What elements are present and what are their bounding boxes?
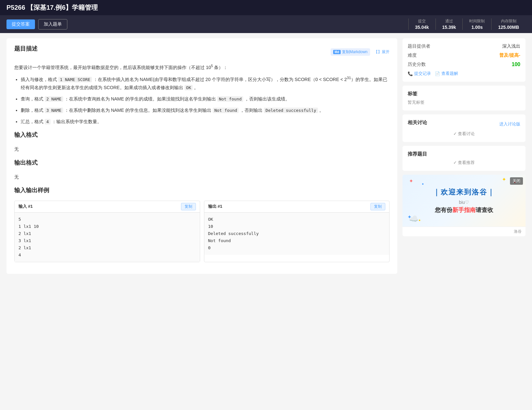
copy-markdown-button[interactable]: Md 复制Markdown (331, 48, 370, 56)
copy-output-button[interactable]: 复制 (370, 203, 385, 210)
history-row: 历史分数 100 (408, 62, 520, 67)
ad-subtitle-prefix: 您有份 (435, 207, 452, 213)
tags-title: 标签 (408, 91, 520, 97)
stat-memory-value: 125.00MB (498, 25, 519, 30)
io-grid: 输入 #1 复制 5 1 lx1 10 2 lx1 3 lx1 2 lx1 4 … (14, 201, 390, 263)
tags-card: 标签 暂无标签 (402, 86, 526, 111)
sample-title: 输入输出样例 (14, 186, 390, 197)
desc-title: 题目描述 (14, 45, 38, 55)
ad-close-button[interactable]: 关闭 (510, 177, 523, 185)
view-recommend-link[interactable]: ✓ 查看推荐 (408, 160, 520, 166)
recommend-card: 推荐题目 ✓ 查看推荐 (402, 146, 526, 171)
confetti-3: ✦ (502, 176, 506, 182)
discussion-title: 相关讨论 (408, 120, 427, 126)
input-box: 输入 #1 复制 5 1 lx1 10 2 lx1 3 lx1 2 lx1 4 (14, 201, 200, 263)
stat-time-value: 1.00s (471, 25, 483, 30)
sidebar: 题目提供者 深入浅出 难度 普及/提高- 历史分数 100 📞 提交记录 📄 查… (402, 38, 526, 274)
stat-submit-label: 提交 (418, 18, 426, 24)
list-item-4: 汇总，格式 4 ：输出系统中学生数量。 (21, 118, 390, 126)
desc-section-header: 题目描述 Md 复制Markdown 【】展开 (14, 45, 390, 59)
input-section: 输入格式 无 (14, 131, 390, 153)
submit-record-link[interactable]: 📞 提交记录 (408, 71, 431, 76)
stat-time-label: 时间限制 (469, 18, 485, 24)
stat-submit: 提交 35.04k (408, 18, 436, 30)
view-solution-label: 查看题解 (441, 71, 458, 76)
desc-intro: 您要设计一个学籍管理系统，最开始学籍数据是空的，然后该系统能够支持下面的操作（不… (14, 63, 390, 72)
history-label: 历史分数 (408, 62, 426, 67)
add-to-list-button[interactable]: 加入题单 (38, 19, 67, 29)
difficulty-label: 难度 (408, 53, 417, 58)
confetti-1: ✦ (409, 178, 413, 184)
output-header: 输出 #1 复制 (204, 201, 390, 213)
output-label: 输出 #1 (208, 204, 222, 209)
stat-pass-label: 通过 (445, 18, 453, 24)
stat-memory: 内存限制 125.00MB (491, 18, 526, 30)
action-links: 📞 提交记录 📄 查看题解 (408, 71, 520, 76)
confetti-6: • (419, 217, 421, 223)
copy-input-button[interactable]: 复制 (181, 203, 196, 210)
sample-section: 输入输出样例 输入 #1 复制 5 1 lx1 10 2 lx1 3 lx1 2… (14, 186, 390, 263)
md-icon: Md (333, 50, 340, 54)
info-card: 题目提供者 深入浅出 难度 普及/提高- 历史分数 100 📞 提交记录 📄 查… (402, 38, 526, 82)
toolbar-left: 提交答案 加入题单 (6, 19, 67, 29)
problem-description: 您要设计一个学籍管理系统，最开始学籍数据是空的，然后该系统能够支持下面的操作（不… (14, 63, 390, 126)
recommend-title: 推荐题目 (408, 151, 520, 157)
page-header: P5266 【深基17.例6】学籍管理 (0, 0, 532, 15)
stat-pass-value: 15.39k (442, 25, 456, 30)
view-discussion-link[interactable]: ✓ 查看讨论 (408, 131, 520, 137)
phone-icon: 📞 (408, 71, 413, 76)
view-solution-link[interactable]: 📄 查看题解 (435, 71, 458, 76)
expand-button[interactable]: 【】展开 (374, 49, 390, 55)
output-format-title: 输出格式 (14, 159, 390, 169)
stat-submit-value: 35.04k (415, 25, 429, 30)
content-area: 题目描述 Md 复制Markdown 【】展开 您要设计一个学籍管理系统，最开始… (6, 38, 397, 274)
confetti-2: • (422, 181, 424, 187)
output-format-content: 无 (14, 173, 390, 181)
input-header: 输入 #1 复制 (15, 201, 200, 213)
stat-pass: 通过 15.39k (436, 18, 463, 30)
list-item-3: 删除，格式 3 NAME ：在系统中删除姓名为 NAME 的学生信息。如果没能找… (21, 106, 390, 114)
input-format-title: 输入格式 (14, 131, 390, 141)
main-container: 题目描述 Md 复制Markdown 【】展开 您要设计一个学籍管理系统，最开始… (0, 33, 532, 279)
input-label: 输入 #1 (18, 204, 33, 209)
doc-icon: 📄 (435, 71, 440, 76)
difficulty-row: 难度 普及/提高- (408, 53, 520, 58)
provider-value: 深入浅出 (502, 43, 520, 49)
discussion-card: 相关讨论 进入讨论版 ✓ 查看讨论 (402, 114, 526, 142)
ad-main-title: ｜欢迎来到洛谷｜ (433, 187, 495, 197)
copy-markdown-label: 复制Markdown (342, 49, 368, 55)
ad-content: ✦ • ✦ • ✦ • ｜欢迎来到洛谷｜ biu♡ 您有份新手指南请查收 ☁️ (402, 175, 526, 227)
discussion-link[interactable]: 进入讨论版 (499, 121, 520, 127)
list-item-1: 插入与修改，格式 1 NAME SCORE ：在系统中插入姓名为 NAME(由字… (21, 74, 390, 92)
md-actions: Md 复制Markdown 【】展开 (331, 48, 390, 56)
ad-footer: 洛谷 (402, 227, 526, 236)
stat-time: 时间限制 1.00s (462, 18, 491, 30)
no-tags: 暂无标签 (408, 100, 520, 105)
submit-answer-button[interactable]: 提交答案 (6, 19, 35, 29)
ad-subtitle-suffix: 请查收 (476, 207, 493, 213)
list-item-2: 查询，格式 2 NAME ：在系统中查询姓名为 NAME 的学生的成绩。如果没能… (21, 95, 390, 103)
submit-record-label: 提交记录 (414, 71, 431, 76)
difficulty-value: 普及/提高- (499, 53, 520, 58)
input-format-content: 无 (14, 145, 390, 153)
output-content: OK 10 Deleted successfully Not found 0 (204, 213, 390, 255)
page-title: P5266 【深基17.例6】学籍管理 (6, 4, 98, 11)
toolbar: 提交答案 加入题单 提交 35.04k 通过 15.39k 时间限制 1.00s… (0, 15, 532, 33)
ad-subtitle: 您有份新手指南请查收 (435, 206, 493, 214)
provider-label: 题目提供者 (408, 43, 430, 49)
output-box: 输出 #1 复制 OK 10 Deleted successfully Not … (204, 201, 390, 263)
problem-list: 插入与修改，格式 1 NAME SCORE ：在系统中插入姓名为 NAME(由字… (14, 74, 390, 126)
ad-subtitle-highlight: 新手指南 (452, 207, 476, 213)
cloud-icon: ☁️ (409, 214, 419, 223)
input-content: 5 1 lx1 10 2 lx1 3 lx1 2 lx1 4 (15, 213, 200, 262)
stat-memory-label: 内存限制 (501, 18, 516, 24)
ad-biu: biu♡ (459, 200, 469, 205)
history-value: 100 (512, 62, 520, 67)
provider-row: 题目提供者 深入浅出 (408, 43, 520, 49)
toolbar-stats: 提交 35.04k 通过 15.39k 时间限制 1.00s 内存限制 125.… (408, 18, 526, 30)
output-section: 输出格式 无 (14, 159, 390, 181)
ad-banner: 关闭 ✦ • ✦ • ✦ • ｜欢迎来到洛谷｜ biu♡ 您有份新手指南请查收 … (402, 175, 526, 236)
